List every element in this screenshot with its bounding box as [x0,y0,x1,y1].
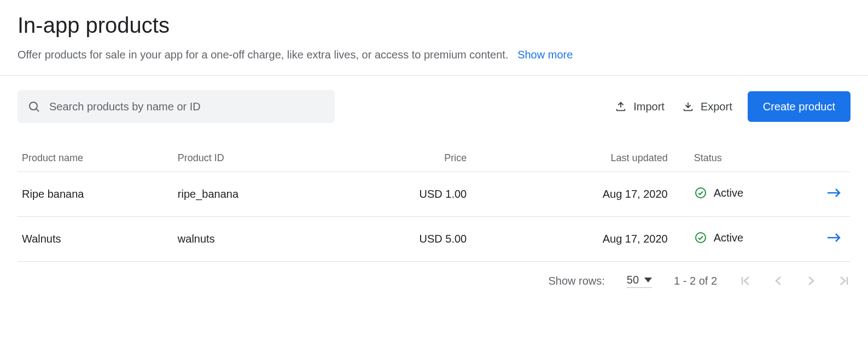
cell-updated: Aug 17, 2020 [488,217,689,262]
download-icon [682,101,694,113]
import-button[interactable]: Import [613,96,667,117]
chevron-right-icon [805,274,818,287]
cell-price: USD 5.00 [327,217,488,262]
svg-point-0 [30,102,37,110]
search-box[interactable] [18,90,335,123]
cell-id: walnuts [173,217,327,262]
col-header-id: Product ID [173,145,327,172]
col-header-name: Product name [18,145,173,172]
chevron-left-icon [772,274,785,287]
prev-page-button[interactable] [772,274,785,287]
show-more-link[interactable]: Show more [517,49,573,61]
search-icon [27,100,40,113]
caret-down-icon [644,278,652,283]
svg-point-2 [696,188,706,198]
check-circle-icon [694,186,707,199]
cell-name: Ripe banana [18,172,173,217]
export-button[interactable]: Export [680,96,735,117]
export-label: Export [701,101,732,113]
svg-line-1 [37,109,39,112]
svg-point-4 [696,233,706,243]
create-product-button[interactable]: Create product [748,91,850,122]
next-page-button[interactable] [805,274,818,287]
status-text: Active [714,187,743,199]
products-table: Product name Product ID Price Last updat… [18,145,850,262]
import-label: Import [633,101,665,113]
toolbar: Import Export Create product [18,90,850,123]
arrow-right-icon[interactable] [826,186,842,199]
subtitle-text: Offer products for sale in your app for … [18,49,508,61]
col-header-price: Price [327,145,488,172]
last-page-icon [837,274,850,287]
cell-name: Walnuts [18,217,173,262]
page-subtitle: Offer products for sale in your app for … [18,49,850,61]
table-row[interactable]: Walnuts walnuts USD 5.00 Aug 17, 2020 Ac… [18,217,850,262]
status-text: Active [714,232,743,244]
search-input[interactable] [48,100,325,114]
cell-status: Active [690,217,818,262]
rows-per-page-select[interactable]: 50 [627,274,652,288]
first-page-button[interactable] [739,274,752,287]
divider [0,75,868,76]
table-row[interactable]: Ripe banana ripe_banana USD 1.00 Aug 17,… [18,172,850,217]
check-circle-icon [694,231,707,244]
show-rows-label: Show rows: [548,275,604,287]
col-header-updated: Last updated [488,145,689,172]
col-header-status: Status [690,145,818,172]
cell-id: ripe_banana [173,172,327,217]
upload-icon [615,101,627,113]
cell-updated: Aug 17, 2020 [488,172,689,217]
page-range: 1 - 2 of 2 [674,275,717,287]
cell-status: Active [690,172,818,217]
page-title: In-app products [18,13,850,38]
cell-price: USD 1.00 [327,172,488,217]
pagination: Show rows: 50 1 - 2 of 2 [18,274,850,288]
rows-per-page-value: 50 [627,274,639,286]
first-page-icon [739,274,752,287]
last-page-button[interactable] [837,274,850,287]
arrow-right-icon[interactable] [826,231,842,244]
